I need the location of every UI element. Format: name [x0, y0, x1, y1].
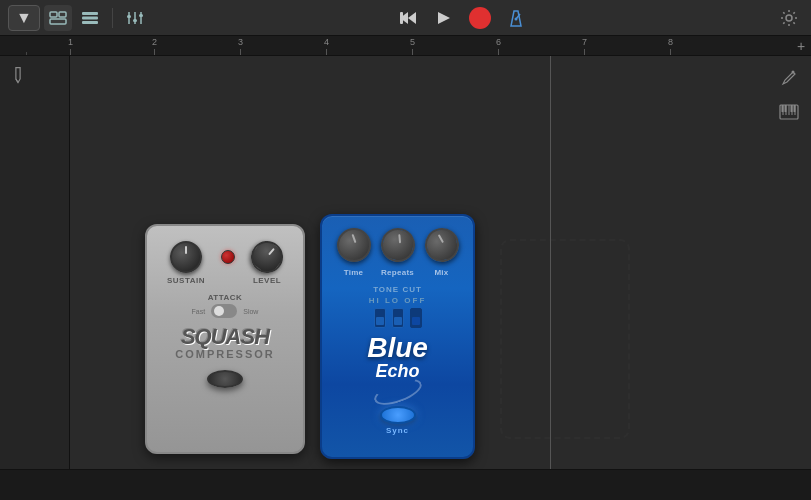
repeats-label: Repeats [381, 268, 414, 277]
hi-lo-off-label: HI LO OFF [330, 296, 465, 305]
sustain-knob-container: SUSTAIN [167, 241, 205, 285]
stage-area: SUSTAIN LEVEL ATTACK Fast Slow [0, 56, 811, 469]
level-knob[interactable] [244, 234, 289, 279]
lo-switch[interactable] [392, 308, 404, 328]
ruler-mark-3: 3 [238, 37, 243, 55]
record-circle [469, 7, 491, 29]
toolbar-center [155, 5, 769, 31]
metronome-icon [508, 9, 524, 27]
svg-rect-30 [791, 105, 793, 112]
mixer-button[interactable] [121, 5, 149, 31]
attack-toggle[interactable] [211, 304, 237, 318]
svg-rect-5 [82, 21, 98, 24]
tone-cut-label: TONE CUT [330, 285, 465, 294]
sync-button[interactable] [380, 406, 416, 424]
svg-marker-15 [438, 12, 450, 24]
toolbar-separator [112, 8, 113, 28]
off-switch[interactable] [410, 308, 422, 328]
metronome-button[interactable] [502, 5, 530, 31]
timeline-ruler: 1 2 3 4 5 6 7 8 + [0, 36, 811, 56]
svg-point-21 [792, 71, 795, 74]
sync-label: Sync [386, 426, 409, 435]
svg-rect-11 [139, 14, 143, 17]
clip-view-icon [49, 11, 67, 25]
toolbar-right [775, 5, 803, 31]
blue-echo-title: Blue Echo [367, 334, 428, 380]
time-label: Time [344, 268, 364, 277]
list-view-icon [81, 11, 99, 25]
attack-section: ATTACK Fast Slow [192, 293, 259, 318]
toolbar-left: ▼ [8, 5, 149, 31]
play-button[interactable] [430, 5, 458, 31]
list-view-button[interactable] [76, 5, 104, 31]
bottom-bar [0, 469, 811, 499]
time-knob[interactable] [337, 228, 371, 262]
svg-rect-10 [133, 19, 137, 22]
tone-switches [330, 308, 465, 328]
svg-rect-29 [785, 105, 787, 112]
pen-icon [781, 70, 797, 86]
settings-button[interactable] [775, 5, 803, 31]
record-button[interactable] [466, 5, 494, 31]
svg-rect-1 [59, 12, 66, 17]
attack-toggle-row: Fast Slow [192, 304, 259, 318]
repeats-knob[interactable] [377, 224, 419, 266]
squash-title: SQUASH COMPRESSOR [175, 326, 274, 360]
svg-rect-28 [782, 105, 784, 112]
squash-subtitle: COMPRESSOR [175, 348, 274, 360]
ruler-mark-6: 6 [496, 37, 501, 55]
ruler-mark-2: 2 [152, 37, 157, 55]
left-panel [0, 56, 70, 469]
ruler-mark-1: 1 [68, 37, 73, 55]
play-icon [437, 11, 451, 25]
squash-footswitch[interactable] [207, 370, 243, 388]
svg-rect-4 [82, 16, 98, 19]
piano-icon [779, 104, 799, 120]
blue-echo-name1: Blue [367, 334, 428, 362]
right-tools [775, 64, 803, 126]
add-track-button[interactable]: + [791, 36, 811, 55]
pen-tool-button[interactable] [775, 64, 803, 92]
rewind-icon [400, 11, 416, 25]
main-toolbar: ▼ [0, 0, 811, 36]
piano-button[interactable] [775, 98, 803, 126]
ruler-content: 1 2 3 4 5 6 7 8 + [0, 36, 811, 55]
ruler-minor-start [26, 52, 27, 55]
view-icon1-button[interactable] [44, 5, 72, 31]
mix-label: Mix [434, 268, 448, 277]
rewind-button[interactable] [394, 5, 422, 31]
svg-rect-0 [50, 12, 57, 17]
sustain-knob[interactable] [170, 241, 202, 273]
led-indicator [221, 250, 235, 264]
squash-knobs-row: SUSTAIN LEVEL [167, 241, 283, 285]
sustain-label: SUSTAIN [167, 276, 205, 285]
mixer-icon [126, 10, 144, 26]
sync-section: Sync [380, 406, 416, 435]
ruler-mark-5: 5 [410, 37, 415, 55]
pedal-board: SUSTAIN LEVEL ATTACK Fast Slow [70, 56, 811, 469]
svg-rect-2 [50, 19, 66, 24]
fast-label: Fast [192, 308, 206, 315]
empty-pedal-slot [500, 239, 630, 439]
mix-knob[interactable] [422, 225, 461, 264]
svg-point-19 [786, 15, 792, 21]
svg-rect-31 [794, 105, 796, 112]
blue-echo-name2: Echo [367, 362, 428, 380]
svg-point-18 [515, 17, 518, 20]
dropdown-button[interactable]: ▼ [8, 5, 40, 31]
ruler-mark-4: 4 [324, 37, 329, 55]
level-knob-container: LEVEL [251, 241, 283, 285]
echo-knobs-row: Time Repeats Mix [337, 228, 459, 277]
svg-rect-3 [82, 12, 98, 15]
draw-tool-icon [7, 63, 30, 86]
blue-echo-pedal: Time Repeats Mix TONE CUT HI LO OFF [320, 214, 475, 459]
hi-switch[interactable] [374, 308, 386, 328]
timeline-cursor-line [550, 56, 551, 469]
pencil-icon [7, 63, 30, 86]
svg-marker-12 [408, 12, 416, 24]
squash-compressor-pedal: SUSTAIN LEVEL ATTACK Fast Slow [145, 224, 305, 454]
squash-name: SQUASH [175, 326, 274, 348]
time-knob-container: Time [337, 228, 371, 277]
mix-knob-container: Mix [425, 228, 459, 277]
gear-icon [780, 9, 798, 27]
